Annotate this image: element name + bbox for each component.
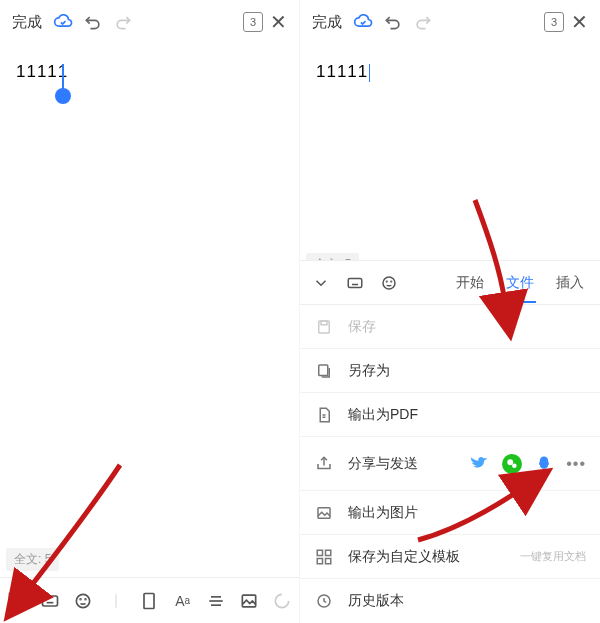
template-icon bbox=[314, 547, 334, 567]
share-targets: ••• bbox=[470, 454, 586, 474]
svg-rect-19 bbox=[321, 321, 327, 325]
panel-tab-row: 开始 文件 插入 bbox=[300, 261, 600, 305]
undo-icon[interactable] bbox=[378, 7, 408, 37]
svg-rect-25 bbox=[326, 550, 331, 555]
tab-insert[interactable]: 插入 bbox=[554, 264, 586, 302]
svg-rect-26 bbox=[317, 558, 322, 563]
svg-rect-20 bbox=[319, 365, 328, 376]
file-panel: 开始 文件 插入 保存 另存为 输出 bbox=[300, 260, 600, 623]
word-count-badge: 全文: 5 bbox=[6, 548, 59, 571]
pdf-icon bbox=[314, 405, 334, 425]
share-qq-icon[interactable] bbox=[534, 454, 554, 474]
top-toolbar: 完成 3 ✕ bbox=[0, 0, 299, 44]
svg-point-5 bbox=[76, 594, 89, 607]
apps-grid-icon[interactable] bbox=[4, 588, 30, 614]
menu-save-as[interactable]: 另存为 bbox=[300, 349, 600, 393]
more-icon[interactable] bbox=[269, 588, 295, 614]
assistant-icon[interactable] bbox=[372, 266, 406, 300]
redo-icon[interactable] bbox=[408, 7, 438, 37]
done-button[interactable]: 完成 bbox=[306, 13, 348, 32]
save-icon bbox=[314, 317, 334, 337]
paragraph-icon[interactable] bbox=[203, 588, 229, 614]
undo-icon[interactable] bbox=[78, 7, 108, 37]
document-area[interactable]: 11111 全文: 5 bbox=[300, 44, 600, 282]
text-cursor bbox=[369, 64, 370, 82]
svg-rect-13 bbox=[242, 595, 255, 607]
file-menu-list: 保存 另存为 输出为PDF 分享与发送 bbox=[300, 305, 600, 623]
cloud-sync-icon[interactable] bbox=[48, 7, 78, 37]
screenshot-right: 完成 3 ✕ 11111 全文: 5 bbox=[300, 0, 600, 623]
share-bird-icon[interactable] bbox=[470, 454, 490, 474]
done-button[interactable]: 完成 bbox=[6, 13, 48, 32]
svg-point-21 bbox=[508, 459, 514, 465]
top-toolbar: 完成 3 ✕ bbox=[300, 0, 600, 44]
history-icon bbox=[314, 591, 334, 611]
svg-point-15 bbox=[383, 277, 395, 289]
redo-icon[interactable] bbox=[108, 7, 138, 37]
svg-rect-0 bbox=[9, 593, 15, 599]
divider-icon bbox=[103, 588, 129, 614]
close-icon[interactable]: ✕ bbox=[263, 7, 293, 37]
svg-rect-2 bbox=[9, 602, 15, 608]
menu-history[interactable]: 历史版本 bbox=[300, 579, 600, 623]
tab-file[interactable]: 文件 bbox=[504, 264, 536, 302]
svg-point-22 bbox=[512, 463, 517, 468]
svg-rect-3 bbox=[18, 602, 24, 608]
svg-rect-23 bbox=[318, 507, 330, 518]
share-more-icon[interactable]: ••• bbox=[566, 455, 586, 473]
share-wechat-icon[interactable] bbox=[502, 454, 522, 474]
save-as-icon bbox=[314, 361, 334, 381]
template-hint: 一键复用文档 bbox=[520, 549, 586, 564]
close-icon[interactable]: ✕ bbox=[564, 7, 594, 37]
menu-share-send[interactable]: 分享与发送 ••• bbox=[300, 437, 600, 491]
document-text: 11111 bbox=[16, 62, 68, 82]
screenshot-left: 完成 3 ✕ 11111 全文: 5 bbox=[0, 0, 300, 623]
text-cursor-handle[interactable] bbox=[55, 88, 71, 104]
svg-rect-4 bbox=[42, 596, 57, 606]
svg-rect-9 bbox=[144, 593, 154, 608]
keyboard-icon[interactable] bbox=[37, 588, 63, 614]
svg-point-7 bbox=[85, 598, 86, 599]
svg-rect-1 bbox=[18, 593, 24, 599]
page-setup-icon[interactable] bbox=[136, 588, 162, 614]
image-icon bbox=[314, 503, 334, 523]
menu-save-label: 保存 bbox=[348, 318, 586, 336]
cloud-sync-icon[interactable] bbox=[348, 7, 378, 37]
svg-rect-27 bbox=[326, 558, 331, 563]
bottom-toolbar: Aa bbox=[0, 577, 299, 623]
share-icon bbox=[314, 454, 334, 474]
menu-save-as-label: 另存为 bbox=[348, 362, 586, 380]
font-icon[interactable]: Aa bbox=[170, 588, 196, 614]
tab-start[interactable]: 开始 bbox=[454, 264, 486, 302]
svg-point-16 bbox=[386, 281, 387, 282]
collapse-panel-icon[interactable] bbox=[304, 266, 338, 300]
menu-export-image-label: 输出为图片 bbox=[348, 504, 586, 522]
svg-point-17 bbox=[391, 281, 392, 282]
document-text: 11111 bbox=[316, 62, 370, 82]
svg-point-6 bbox=[80, 598, 81, 599]
menu-export-pdf[interactable]: 输出为PDF bbox=[300, 393, 600, 437]
svg-rect-24 bbox=[317, 550, 322, 555]
menu-save: 保存 bbox=[300, 305, 600, 349]
menu-export-pdf-label: 输出为PDF bbox=[348, 406, 586, 424]
menu-save-template-label: 保存为自定义模板 bbox=[348, 548, 520, 566]
page-count-badge[interactable]: 3 bbox=[243, 12, 263, 32]
menu-history-label: 历史版本 bbox=[348, 592, 586, 610]
menu-save-template[interactable]: 保存为自定义模板 一键复用文档 bbox=[300, 535, 600, 579]
assistant-icon[interactable] bbox=[70, 588, 96, 614]
svg-rect-14 bbox=[348, 278, 362, 287]
image-insert-icon[interactable] bbox=[236, 588, 262, 614]
menu-export-image[interactable]: 输出为图片 bbox=[300, 491, 600, 535]
menu-share-send-label: 分享与发送 bbox=[348, 455, 470, 473]
page-count-badge[interactable]: 3 bbox=[544, 12, 564, 32]
keyboard-icon[interactable] bbox=[338, 266, 372, 300]
document-area[interactable]: 11111 全文: 5 bbox=[0, 44, 299, 577]
